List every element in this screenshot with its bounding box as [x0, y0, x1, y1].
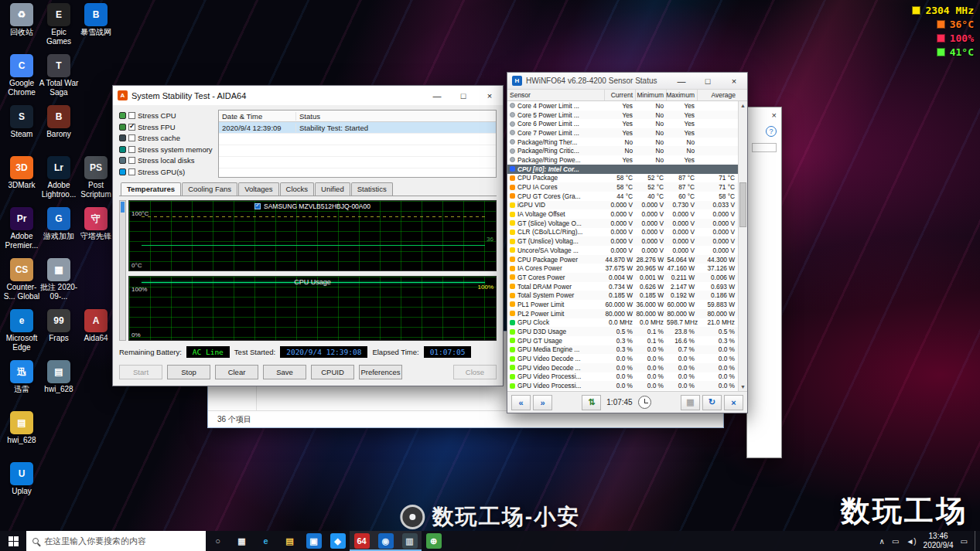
sensor-row[interactable]: Package/Ring Ther... No No No: [507, 138, 738, 147]
taskbar-app-button[interactable]: ▥: [398, 531, 422, 551]
desktop-icon[interactable]: Lr Adobe Lightroo...: [39, 156, 79, 207]
sensor-row[interactable]: IA Cores Power 37.675 W 20.965 W 47.160 …: [507, 264, 738, 273]
sensor-row[interactable]: Core 7 Power Limit ... Yes No Yes: [507, 128, 738, 138]
stress-option-checkbox[interactable]: [128, 112, 135, 119]
desktop-icon[interactable]: B 暴雪战网: [76, 3, 116, 54]
desktop-icon[interactable]: U Uplay: [2, 462, 42, 513]
close-button[interactable]: ×: [721, 73, 747, 89]
sensor-row[interactable]: PL1 Power Limit 60.000 W 36.000 W 60.000…: [507, 300, 738, 309]
stress-option[interactable]: Stress GPU(s): [119, 168, 212, 176]
header-maximum[interactable]: Maximum: [667, 90, 698, 100]
header-average[interactable]: Average: [698, 90, 738, 100]
sensor-row[interactable]: Core 4 Power Limit ... Yes No Yes: [507, 101, 738, 111]
desktop-icon[interactable]: S Steam: [2, 105, 42, 156]
minimize-button[interactable]: —: [424, 86, 450, 105]
taskbar-app-button[interactable]: ○: [206, 531, 230, 551]
slider-thumb[interactable]: [121, 202, 125, 213]
tab[interactable]: Clocks: [280, 182, 315, 196]
close-button[interactable]: ×: [476, 86, 503, 105]
taskbar-app-button[interactable]: ▦: [230, 531, 254, 551]
close-sensors-button[interactable]: ×: [724, 395, 743, 410]
sensor-row[interactable]: PL2 Power Limit 80.000 W 80.000 W 80.000…: [507, 309, 738, 318]
next-page-button[interactable]: »: [533, 395, 552, 410]
desktop-icon[interactable]: A Aida64: [76, 309, 116, 360]
sensor-row[interactable]: GPU GT Usage 0.3 % 0.1 % 16.6 % 0.3 %: [507, 336, 738, 345]
sensor-row[interactable]: Total System Power 0.185 W 0.185 W 0.192…: [507, 291, 738, 300]
close-icon[interactable]: ×: [772, 111, 777, 120]
stress-option[interactable]: Stress cache: [119, 134, 212, 142]
aida-button[interactable]: Save: [263, 365, 306, 379]
sensor-row[interactable]: GPU D3D Usage 0.5 % 0.1 % 23.8 % 0.5 %: [507, 327, 738, 336]
graph-zoom-slider[interactable]: [119, 200, 126, 341]
taskbar-clock[interactable]: 13:46 2020/9/4: [924, 532, 954, 551]
desktop-icon[interactable]: 迅 迅雷: [2, 360, 42, 411]
tab[interactable]: Unified: [315, 182, 350, 196]
stress-option[interactable]: Stress local disks: [119, 156, 212, 165]
aida-button[interactable]: Preferences: [359, 365, 402, 379]
log-row[interactable]: 2020/9/4 12:39:09 Stability Test: Starte…: [219, 122, 496, 134]
sensor-row[interactable]: GPU Clock 0.0 MHz 0.0 MHz 598.7 MHz 21.0…: [507, 318, 738, 328]
aida-button[interactable]: Stop: [167, 365, 210, 379]
sensor-row[interactable]: GPU Video Decode ... 0.0 % 0.0 % 0.0 % 0…: [507, 354, 738, 363]
header-minimum[interactable]: Minimum: [636, 90, 667, 100]
minimize-button[interactable]: —: [668, 73, 695, 89]
sensor-row[interactable]: Total DRAM Power 0.734 W 0.626 W 2.147 W…: [507, 282, 738, 291]
taskbar-app-button[interactable]: ◉: [374, 531, 398, 551]
taskbar-app-button[interactable]: ⊕: [422, 531, 446, 551]
desktop-icon[interactable]: B Barony: [39, 105, 79, 156]
aida-button[interactable]: CPUID: [311, 365, 354, 379]
tray-chevron-up-icon[interactable]: ∧: [879, 537, 885, 546]
desktop-icon[interactable]: C Google Chrome: [2, 54, 42, 105]
sensor-row[interactable]: CPU IA Cores 58 °C 52 °C 87 °C 71 °C: [507, 182, 738, 192]
help-icon[interactable]: ?: [766, 126, 777, 137]
taskbar-app-button[interactable]: ◆: [326, 531, 350, 551]
stress-option-checkbox[interactable]: [128, 168, 135, 175]
tab[interactable]: Voltages: [238, 182, 278, 196]
tab[interactable]: Temperatures: [121, 182, 181, 196]
sensor-row[interactable]: CPU [#0]: Intel Cor...: [507, 165, 738, 174]
desktop-icon[interactable]: PS Post Scriptum: [76, 156, 116, 207]
desktop-icon[interactable]: ▤ hwi_628: [2, 411, 42, 462]
desktop-icon[interactable]: G 游戏加加: [39, 207, 79, 258]
desktop-icon[interactable]: E Epic Games Launcher: [39, 3, 79, 54]
sensor-row[interactable]: CPU Package 58 °C 52 °C 87 °C 71 °C: [507, 174, 738, 183]
aida64-titlebar[interactable]: A System Stability Test - AIDA64 — □ ×: [113, 86, 503, 105]
maximize-button[interactable]: □: [450, 86, 476, 105]
stress-option[interactable]: Stress FPU: [119, 123, 212, 131]
desktop-icon[interactable]: 3D 3DMark: [2, 156, 42, 207]
desktop-icon[interactable]: ♻ 回收站: [2, 3, 42, 54]
hwinfo-titlebar[interactable]: H HWiNFO64 v6.28-4200 Sensor Status — □ …: [507, 73, 747, 90]
stress-option-checkbox[interactable]: [128, 124, 135, 131]
sensor-row[interactable]: IA Voltage Offset 0.000 V 0.000 V 0.000 …: [507, 209, 738, 219]
desktop-icon[interactable]: 守 守塔先锋: [76, 207, 116, 258]
notification-center-icon[interactable]: ▭: [961, 537, 968, 546]
taskbar-app-button[interactable]: ▣: [302, 531, 326, 551]
report-button[interactable]: ▦: [681, 395, 700, 410]
sensor-row[interactable]: GPU Video Processi... 0.0 % 0.0 % 0.0 % …: [507, 381, 738, 390]
sensor-row[interactable]: Core 6 Power Limit ... Yes No Yes: [507, 119, 738, 128]
tray-monitor-icon[interactable]: ▭: [892, 537, 899, 546]
stress-option[interactable]: Stress system memory: [119, 145, 212, 154]
desktop-icon[interactable]: CS Counter-S... Global Off...: [2, 258, 42, 309]
sync-button[interactable]: ⇅: [582, 395, 601, 410]
sensor-row[interactable]: CLR (CBo/LLC/Ring)... 0.000 V 0.000 V 0.…: [507, 228, 738, 237]
sensor-row[interactable]: GT Cores Power 0.004 W 0.001 W 0.211 W 0…: [507, 273, 738, 282]
start-button[interactable]: [0, 531, 26, 551]
tab[interactable]: Statistics: [351, 182, 393, 196]
desktop-icon[interactable]: Pr Adobe Premier...: [2, 207, 42, 258]
desktop-icon[interactable]: T A Total War Saga TROY: [39, 54, 79, 105]
sensor-row[interactable]: CPU Package Power 44.870 W 28.276 W 54.0…: [507, 255, 738, 264]
scroll-up-icon[interactable]: ▲: [739, 101, 747, 110]
stress-option[interactable]: Stress CPU: [119, 111, 212, 120]
sensor-row[interactable]: Uncore/SA Voltage ... 0.000 V 0.000 V 0.…: [507, 246, 738, 255]
stress-option-checkbox[interactable]: [128, 134, 135, 141]
settings-button[interactable]: ↻: [702, 395, 722, 410]
taskbar-app-button[interactable]: e: [254, 531, 278, 551]
sensor-row[interactable]: CPU GT Cores (Gra... 44 °C 40 °C 60 °C 5…: [507, 192, 738, 201]
sensor-row[interactable]: iGPU VID 0.000 V 0.000 V 0.730 V 0.033 V: [507, 201, 738, 210]
sensor-row[interactable]: GPU Video Processi... 0.0 % 0.0 % 0.0 % …: [507, 372, 738, 382]
sensor-row[interactable]: Package/Ring Critic... No No No: [507, 146, 738, 155]
desktop-icon[interactable]: ▦ 批注 2020-09-...: [39, 258, 79, 309]
header-current[interactable]: Current: [605, 90, 636, 100]
desktop-icon[interactable]: e Microsoft Edge: [2, 309, 42, 360]
